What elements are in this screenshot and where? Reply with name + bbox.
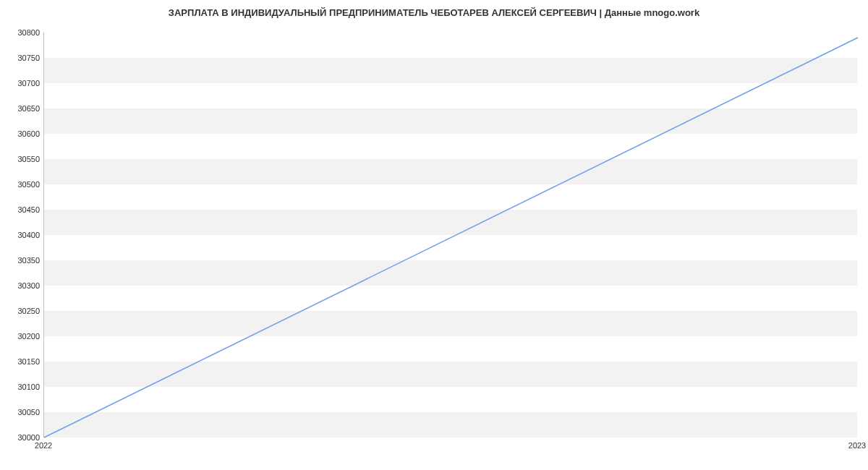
data-line [44, 38, 858, 437]
y-tick-label: 30400 [4, 231, 40, 239]
chart-container: ЗАРПЛАТА В ИНДИВИДУАЛЬНЫЙ ПРЕДПРИНИМАТЕЛ… [0, 0, 868, 470]
y-tick-label: 30350 [4, 256, 40, 265]
y-tick-label: 30500 [4, 180, 40, 189]
y-tick-label: 30600 [4, 129, 40, 138]
x-tick-label: 2022 [35, 441, 52, 450]
y-tick-label: 30100 [4, 383, 40, 391]
y-tick-label: 30450 [4, 205, 40, 214]
y-tick-label: 30700 [4, 79, 40, 87]
y-tick-label: 30050 [4, 408, 40, 416]
y-tick-label: 30300 [4, 281, 40, 290]
plot-area [43, 33, 857, 437]
y-tick-label: 30800 [4, 28, 40, 37]
y-tick-label: 30250 [4, 307, 40, 315]
y-tick-label: 30650 [4, 104, 40, 113]
x-tick-label: 2023 [848, 441, 866, 450]
y-tick-label: 30550 [4, 155, 40, 163]
chart-title: ЗАРПЛАТА В ИНДИВИДУАЛЬНЫЙ ПРЕДПРИНИМАТЕЛ… [0, 7, 868, 18]
y-tick-label: 30750 [4, 54, 40, 62]
line-layer [44, 33, 857, 437]
y-tick-label: 30150 [4, 357, 40, 366]
y-tick-label: 30200 [4, 332, 40, 341]
